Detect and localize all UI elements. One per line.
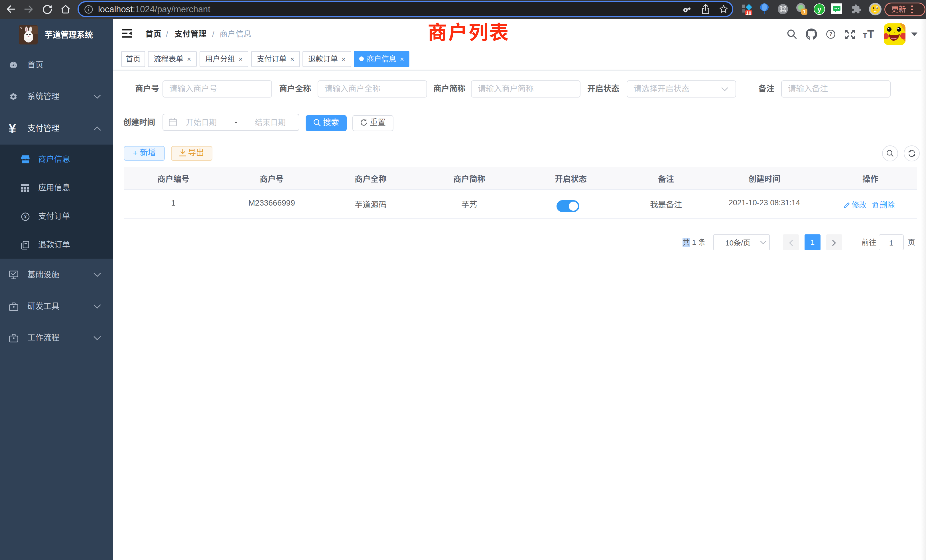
svg-text:¥: ¥	[24, 214, 27, 219]
svg-text:y: y	[817, 5, 822, 14]
svg-text:?: ?	[829, 31, 832, 37]
svg-text:10: 10	[746, 10, 751, 15]
svg-text:1: 1	[803, 9, 806, 15]
